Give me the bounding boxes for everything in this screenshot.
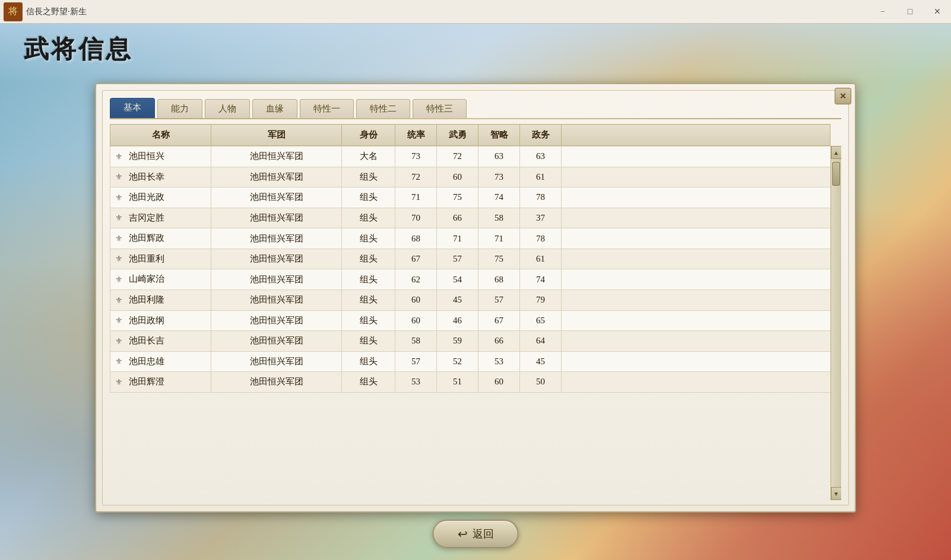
scroll-down-button[interactable]: ▼: [831, 487, 842, 500]
table-row[interactable]: ⚜池田辉政池田恒兴军团组头68717178: [110, 228, 841, 249]
cell-stat3: 67: [478, 310, 520, 331]
cell-rank: 组头: [342, 249, 395, 269]
table-row[interactable]: ⚜池田忠雄池田恒兴军团组头57525345: [110, 351, 841, 372]
cell-army: 池田恒兴军团: [211, 269, 342, 290]
tab-lineage[interactable]: 血缘: [252, 99, 297, 118]
cell-stat1: 58: [395, 331, 437, 352]
cell-army: 池田恒兴军团: [211, 331, 342, 352]
row-icon: ⚜: [115, 295, 127, 306]
scrollbar-track: ▲ ▼: [830, 146, 841, 500]
cell-stat1: 53: [395, 372, 437, 393]
cell-stat4: 64: [520, 331, 562, 352]
cell-stat1: 60: [395, 289, 437, 310]
maximize-button[interactable]: □: [896, 0, 924, 24]
cell-extra: [562, 167, 841, 187]
table-row[interactable]: ⚜池田利隆池田恒兴军团组头60455779: [110, 289, 841, 310]
cell-stat3: 74: [478, 187, 520, 208]
cell-stat4: 45: [520, 351, 562, 372]
cell-stat3: 63: [478, 147, 520, 167]
col-rank: 身份: [342, 125, 395, 146]
cell-army: 池田恒兴军团: [211, 228, 342, 249]
cell-rank: 组头: [342, 372, 395, 393]
return-button-area: ↩ 返回: [433, 520, 519, 548]
table-scroll[interactable]: ⚜池田恒兴池田恒兴军团大名73726363⚜池田长幸池田恒兴军团组头726073…: [110, 146, 841, 500]
cell-stat1: 73: [395, 147, 437, 167]
cell-army: 池田恒兴军团: [211, 249, 342, 269]
cell-stat3: 53: [478, 351, 520, 372]
cell-stat2: 57: [437, 249, 478, 269]
tab-bar: 基本 能力 人物 血缘 特性一 特性二 特性三: [103, 91, 848, 118]
table-row[interactable]: ⚜池田重利池田恒兴军团组头67577561: [110, 249, 841, 269]
titlebar: 将 信長之野望·新生 − □ ✕: [0, 0, 951, 24]
cell-name: ⚜池田辉政: [110, 228, 211, 249]
cell-name: ⚜池田长幸: [110, 167, 211, 187]
cell-extra: [562, 289, 841, 310]
table-row[interactable]: ⚜池田恒兴池田恒兴军团大名73726363: [110, 147, 841, 167]
minimize-button[interactable]: −: [869, 0, 896, 24]
cell-stat1: 57: [395, 351, 437, 372]
cell-extra: [562, 228, 841, 249]
tab-trait3[interactable]: 特性三: [413, 99, 467, 118]
scrollbar-thumb[interactable]: [832, 162, 840, 186]
table-row[interactable]: ⚜池田长吉池田恒兴军团组头58596664: [110, 331, 841, 352]
cell-name: ⚜山崎家治: [110, 269, 211, 290]
dialog-close-button[interactable]: ✕: [835, 88, 851, 104]
cell-army: 池田恒兴军团: [211, 187, 342, 208]
cell-rank: 组头: [342, 269, 395, 290]
tab-trait2[interactable]: 特性二: [356, 99, 410, 118]
tab-ability[interactable]: 能力: [157, 99, 202, 118]
cell-name: ⚜池田长吉: [110, 331, 211, 352]
page-title-area: 武将信息: [24, 33, 133, 66]
cell-stat3: 71: [478, 228, 520, 249]
table-header: 名称 军团 身份 统率 武勇 智略 政务: [110, 124, 830, 146]
cell-stat1: 71: [395, 187, 437, 208]
cell-army: 池田恒兴军团: [211, 289, 342, 310]
table-row[interactable]: ⚜吉冈定胜池田恒兴军团组头70665837: [110, 208, 841, 228]
return-button[interactable]: ↩ 返回: [433, 520, 519, 548]
cell-rank: 组头: [342, 331, 395, 352]
cell-stat3: 66: [478, 331, 520, 352]
cell-rank: 组头: [342, 351, 395, 372]
cell-army: 池田恒兴军团: [211, 147, 342, 167]
col-stat3: 智略: [478, 125, 520, 146]
tab-basic[interactable]: 基本: [110, 98, 155, 118]
table-row[interactable]: ⚜池田光政池田恒兴军团组头71757478: [110, 187, 841, 208]
cell-name: ⚜池田政纲: [110, 310, 211, 331]
row-icon: ⚜: [115, 275, 127, 285]
table-row[interactable]: ⚜池田长幸池田恒兴军团组头72607361: [110, 167, 841, 187]
tab-person[interactable]: 人物: [205, 99, 250, 118]
titlebar-controls: − □ ✕: [869, 0, 951, 23]
cell-stat2: 54: [437, 269, 478, 290]
cell-name: ⚜池田重利: [110, 249, 211, 269]
cell-stat2: 46: [437, 310, 478, 331]
cell-stat2: 75: [437, 187, 478, 208]
cell-extra: [562, 310, 841, 331]
table-row[interactable]: ⚜山崎家治池田恒兴军团组头62546874: [110, 269, 841, 290]
cell-army: 池田恒兴军团: [211, 372, 342, 393]
cell-stat2: 45: [437, 289, 478, 310]
return-label: 返回: [473, 527, 494, 541]
cell-stat3: 57: [478, 289, 520, 310]
cell-extra: [562, 331, 841, 352]
cell-name: ⚜池田忠雄: [110, 351, 211, 372]
return-icon: ↩: [458, 527, 468, 541]
window-close-button[interactable]: ✕: [924, 0, 951, 24]
cell-stat4: 61: [520, 167, 562, 187]
scroll-container: ⚜池田恒兴池田恒兴军团大名73726363⚜池田长幸池田恒兴军团组头726073…: [110, 146, 841, 500]
cell-name: ⚜池田利隆: [110, 289, 211, 310]
app-icon: 将: [4, 2, 23, 21]
scrollbar-thumb-area: [831, 159, 841, 487]
tab-trait1[interactable]: 特性一: [300, 99, 354, 118]
table-row[interactable]: ⚜池田辉澄池田恒兴军团组头53516050: [110, 372, 841, 393]
cell-name: ⚜池田辉澄: [110, 372, 211, 393]
table-row[interactable]: ⚜池田政纲池田恒兴军团组头60466765: [110, 310, 841, 331]
cell-stat1: 70: [395, 208, 437, 228]
cell-stat2: 51: [437, 372, 478, 393]
row-icon: ⚜: [115, 357, 127, 367]
scroll-up-button[interactable]: ▲: [831, 146, 842, 159]
col-stat4: 政务: [520, 125, 562, 146]
cell-extra: [562, 147, 841, 167]
cell-army: 池田恒兴军团: [211, 351, 342, 372]
cell-rank: 组头: [342, 187, 395, 208]
cell-stat2: 52: [437, 351, 478, 372]
